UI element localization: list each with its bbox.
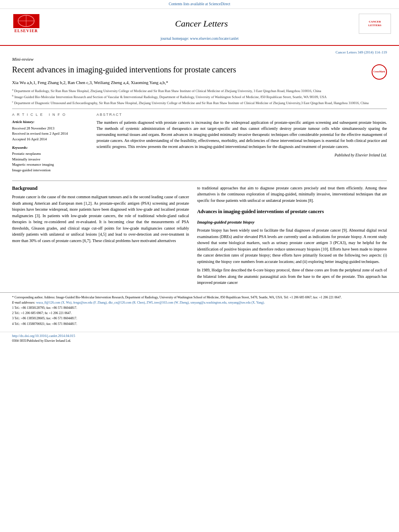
affiliation-c-text: Department of Diagnostic Ultrasound and … <box>14 101 368 105</box>
journal-title-row: ELSEVIER Cancer Letters CANCERLETTERS <box>8 12 391 35</box>
journal-main-title: Cancer Letters <box>44 18 359 30</box>
emails-text: wuca_0@126.com (X. Wu), fengz@uw.edu (F.… <box>36 301 265 304</box>
affiliation-c: c Department of Diagnostic Ultrasound an… <box>12 100 387 105</box>
advances-paragraph2: In 1989, Hodge first described the 6-cor… <box>197 267 387 286</box>
keywords-section: Keywords: Prostatic neoplasms Minimally … <box>12 145 84 173</box>
cancer-letters-logo-text: CANCERLETTERS <box>368 20 381 27</box>
keyword-4: Image-guided intervention <box>12 168 84 173</box>
authors-text: Xia Wu a,b,1, Feng Zhang b,2, Ran Chen c… <box>12 80 168 85</box>
affiliation-b: b Image-Guided Bio-Molecular Interventio… <box>12 94 387 99</box>
article-info-label: A R T I C L E I N F O <box>12 112 84 117</box>
top-info-bar: Contents lists available at ScienceDirec… <box>0 0 399 9</box>
background-heading: Background <box>12 185 189 192</box>
keyword-1: Prostatic neoplasms <box>12 151 84 156</box>
advances-heading: Advances in imaging-guided interventions… <box>197 208 387 215</box>
body-right-col: to traditional approaches that aim to di… <box>197 185 387 288</box>
article-type-label: Mini-review <box>12 56 387 62</box>
divider-1 <box>12 109 387 109</box>
tel4-footnote: 4 Tel.: +86 13588706921; fax: +86 571 86… <box>12 322 387 326</box>
journal-header: ELSEVIER Cancer Letters CANCERLETTERS jo… <box>0 9 399 45</box>
advances-paragraph1: Prostate biopsy has been widely used to … <box>197 227 387 265</box>
article-title-block: Recent advances in imaging-guided interv… <box>12 64 368 78</box>
article-content: Cancer Letters 349 (2014) 114–119 Mini-r… <box>0 46 399 177</box>
biopsy-subheading: Imaging-guided prostate biopsy <box>197 219 387 225</box>
citation-line: Cancer Letters 349 (2014) 114–119 <box>12 50 387 55</box>
page-container: Contents lists available at ScienceDirec… <box>0 0 399 532</box>
keyword-2: Minimally invasive <box>12 157 84 162</box>
background-paragraph2: to traditional approaches that aim to di… <box>197 185 387 204</box>
article-title: Recent advances in imaging-guided interv… <box>12 64 368 75</box>
corresponding-text: * Corresponding author. Address: Image-G… <box>12 296 341 299</box>
footer-bar: http://dx.doi.org/10.1016/j.canlet.2014.… <box>0 332 399 345</box>
authors-line: Xia Wu a,b,1, Feng Zhang b,2, Ran Chen c… <box>12 80 387 86</box>
tel2-footnote: 2 Tel.: +1 206 685 6967; fu: +1 206 221 … <box>12 311 387 315</box>
article-info-col: A R T I C L E I N F O Article history: R… <box>12 112 84 173</box>
abstract-text: The numbers of patients diagnosed with p… <box>97 119 387 150</box>
article-history-label: Article history: <box>12 119 84 125</box>
email-label: E-mail addresses: <box>12 301 35 304</box>
affiliation-a-text: Department of Radiology, Sir Run Run Sha… <box>14 89 321 93</box>
received-line: Received 28 November 2013 <box>12 126 84 131</box>
article-info-abstract-row: A R T I C L E I N F O Article history: R… <box>12 112 387 173</box>
tel3-footnote: 3 Tel.: +86 13858128605; fax: +86 571 86… <box>12 316 387 320</box>
sciencedirect-info: Contents lists available at ScienceDirec… <box>169 2 230 6</box>
affiliations-block: a Department of Radiology, Sir Run Run S… <box>12 88 387 105</box>
affiliation-b-text: Image-Guided Bio-Molecular Intervention … <box>14 95 327 99</box>
body-left-col: Background Prostate cancer is the cause … <box>12 185 189 288</box>
revised-line: Received in revised form 2 April 2014 <box>12 131 84 136</box>
published-by: Published by Elsevier Ireland Ltd. <box>97 153 387 158</box>
issn-line: 0304-3835/Published by Elsevier Ireland … <box>12 339 387 343</box>
abstract-col: ABSTRACT The numbers of patients diagnos… <box>97 112 387 173</box>
crossmark-badge: CrossMark <box>372 64 387 80</box>
body-content: Background Prostate cancer is the cause … <box>0 185 399 288</box>
keyword-3: Magnetic resonance imaging <box>12 162 84 167</box>
elsevier-logo: ELSEVIER <box>8 14 44 34</box>
abstract-label: ABSTRACT <box>97 112 387 117</box>
cancer-letters-logo: CANCERLETTERS <box>359 14 391 34</box>
corresponding-footnote: * Corresponding author. Address: Image-G… <box>12 295 387 300</box>
accepted-line: Accepted 16 April 2014 <box>12 137 84 142</box>
background-paragraph1: Prostate cancer is the cause of the most… <box>12 194 189 244</box>
doi-link[interactable]: http://dx.doi.org/10.1016/j.canlet.2014.… <box>12 334 387 339</box>
tel1-footnote: 1 Tel.: +86 13858128795; fax: +86 571 86… <box>12 306 387 310</box>
affiliation-a: a Department of Radiology, Sir Run Run S… <box>12 88 387 93</box>
footnotes-section: * Corresponding author. Address: Image-G… <box>0 292 399 329</box>
journal-homepage: journal homepage: www.elsevier.com/locat… <box>160 35 239 43</box>
elsevier-text: ELSEVIER <box>14 28 38 34</box>
article-title-row: Recent advances in imaging-guided interv… <box>12 64 387 80</box>
email-footnote: E-mail addresses: wuca_0@126.com (X. Wu)… <box>12 300 387 305</box>
divider-2 <box>12 181 387 181</box>
elsevier-graphic <box>13 14 39 28</box>
keywords-label: Keywords: <box>12 145 84 150</box>
